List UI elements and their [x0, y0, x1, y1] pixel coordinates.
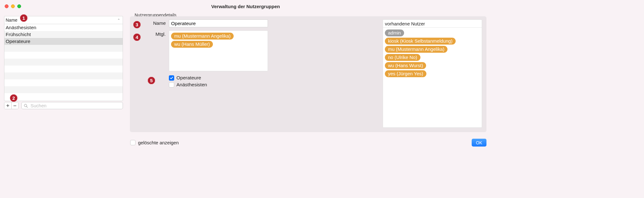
- user-pill[interactable]: yes (Jürgen Yes): [385, 70, 426, 77]
- group-name-input[interactable]: [169, 19, 268, 27]
- checkbox-icon[interactable]: [130, 140, 136, 145]
- user-pill[interactable]: no (Ulrike No): [385, 54, 420, 61]
- annotation-badge: 5: [147, 77, 155, 84]
- group-list-rows: Anästhesisten Frühschicht Operateure: [4, 24, 123, 100]
- list-item[interactable]: Anästhesisten: [4, 24, 123, 31]
- group-list-header-label: Name: [6, 18, 17, 23]
- search-field[interactable]: [21, 102, 123, 109]
- window-controls: [5, 4, 21, 8]
- member-pill[interactable]: wu (Hans Müller): [171, 41, 213, 48]
- user-pill[interactable]: wu (Hans Wurst): [385, 62, 426, 69]
- available-users-header: vorhandene Nutzer: [383, 20, 482, 28]
- group-list: Name ⌃ Anästhesisten Frühschicht Operate…: [4, 16, 123, 101]
- annotation-badge: 2: [10, 94, 18, 102]
- members-box[interactable]: mu (Mustermann Angelika) wu (Hans Müller…: [169, 30, 268, 71]
- search-icon: [24, 104, 28, 108]
- annotation-badge: 1: [20, 14, 28, 22]
- close-window-icon[interactable]: [5, 4, 8, 8]
- annotation-badge: 3: [133, 21, 141, 29]
- list-item[interactable]: Frühschicht: [4, 31, 123, 38]
- checkbox-icon[interactable]: [169, 75, 174, 81]
- minimize-window-icon[interactable]: [11, 4, 15, 8]
- search-input[interactable]: [30, 103, 121, 109]
- checkbox-label: Operateure: [176, 75, 201, 81]
- svg-line-1: [26, 106, 27, 107]
- user-pill[interactable]: admin: [385, 29, 404, 36]
- ok-button[interactable]: OK: [472, 139, 486, 147]
- sort-indicator-icon: ⌃: [117, 18, 120, 22]
- details-panel: Name Mtgl. mu (Mustermann Angelika) wu (…: [130, 16, 486, 132]
- checkbox-icon[interactable]: [169, 82, 174, 88]
- user-pill[interactable]: mu (Mustermann Angelika): [385, 46, 447, 53]
- remove-group-button[interactable]: −: [12, 102, 19, 109]
- checkbox-label: Anästhesisten: [176, 82, 207, 88]
- user-pill[interactable]: kiosk (Kiosk Selbstanmeldung): [385, 38, 456, 45]
- add-remove-toolbar: + −: [4, 102, 19, 109]
- available-users-body[interactable]: admin kiosk (Kiosk Selbstanmeldung) mu (…: [383, 28, 482, 79]
- add-group-button[interactable]: +: [4, 102, 12, 109]
- window-title: Verwaltung der Nutzergruppen: [0, 4, 491, 9]
- zoom-window-icon[interactable]: [17, 4, 21, 8]
- titlebar: Verwaltung der Nutzergruppen: [0, 0, 491, 13]
- annotation-badge: 4: [133, 33, 141, 41]
- member-pill[interactable]: mu (Mustermann Angelika): [171, 33, 234, 40]
- show-deleted-row[interactable]: gelöschte anzeigen: [130, 140, 179, 145]
- list-item[interactable]: Operateure: [4, 38, 123, 45]
- available-users-panel: vorhandene Nutzer admin kiosk (Kiosk Sel…: [383, 19, 482, 128]
- show-deleted-label: gelöschte anzeigen: [138, 140, 179, 145]
